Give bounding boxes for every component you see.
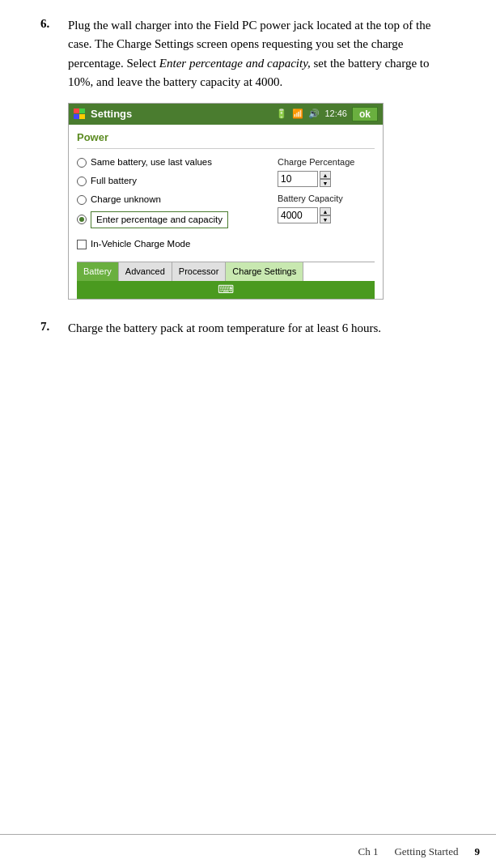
charge-percentage-input[interactable] (278, 171, 318, 187)
screen-body: Power Same battery, use last values (69, 125, 383, 299)
tab-bar: Battery Advanced Processor Charge Settin… (77, 262, 375, 281)
option-same-battery-label: Same battery, use last values (91, 155, 212, 170)
volume-icon: 🔊 (308, 107, 320, 121)
keyboard-icon: ⌨ (218, 281, 234, 299)
battery-capacity-up-button[interactable]: ▲ (320, 207, 331, 215)
option-full-battery[interactable]: Full battery (77, 174, 228, 189)
option-enter-percentage[interactable]: Enter percentage and capacity (77, 211, 228, 229)
page-footer: Ch 1 Getting Started 9 (0, 834, 496, 868)
footer-page: 9 (475, 845, 481, 858)
battery-capacity-down-button[interactable]: ▼ (320, 215, 331, 223)
footer-title: Getting Started (394, 845, 458, 858)
step-6: 6. Plug the wall charger into the Field … (40, 16, 456, 300)
tab-advanced[interactable]: Advanced (119, 262, 172, 281)
power-heading: Power (77, 130, 375, 149)
windows-flag-icon (74, 108, 87, 120)
tab-battery[interactable]: Battery (77, 262, 119, 281)
in-vehicle-checkbox[interactable] (77, 240, 87, 249)
screenshot: Settings 🔋 📶 🔊 12:46 ok Power (68, 103, 384, 300)
battery-capacity-input[interactable] (278, 207, 318, 223)
tab-processor[interactable]: Processor (172, 262, 227, 281)
footer-chapter: Ch 1 (358, 845, 379, 858)
charge-percentage-down-button[interactable]: ▼ (320, 179, 331, 187)
step-6-number: 6. (40, 16, 60, 300)
charge-percentage-spin-buttons: ▲ ▼ (320, 171, 331, 187)
option-full-battery-label: Full battery (91, 174, 137, 189)
titlebar: Settings 🔋 📶 🔊 12:46 ok (69, 104, 383, 125)
in-vehicle-label: In-Vehicle Charge Mode (91, 237, 190, 252)
options-right: Charge Percentage ▲ ▼ (278, 155, 375, 223)
step-7: 7. Charge the battery pack at room tempe… (40, 319, 456, 338)
charge-percentage-group: Charge Percentage ▲ ▼ (278, 155, 354, 187)
option-enter-percentage-label: Enter percentage and capacity (91, 211, 228, 229)
option-charge-unknown[interactable]: Charge unknown (77, 193, 228, 207)
option-same-battery[interactable]: Same battery, use last values (77, 155, 228, 170)
titlebar-left: Settings (74, 106, 132, 122)
tab-charge-settings[interactable]: Charge Settings (226, 262, 303, 281)
radio-enter-percentage[interactable] (77, 215, 87, 224)
step-6-text: Plug the wall charger into the Field PC … (68, 16, 456, 300)
titlebar-right: 🔋 📶 🔊 12:46 ok (276, 107, 378, 121)
screen-toolbar: ⌨ (77, 281, 375, 299)
radio-same-battery[interactable] (77, 158, 87, 168)
options-row: Same battery, use last values Full batte… (77, 155, 375, 257)
battery-capacity-group: Battery Capacity ▲ ▼ (278, 192, 343, 223)
page-content: 6. Plug the wall charger into the Field … (0, 0, 496, 406)
battery-capacity-spin-buttons: ▲ ▼ (320, 207, 331, 223)
charge-percentage-label: Charge Percentage (278, 155, 354, 169)
titlebar-time: 12:46 (324, 107, 347, 121)
battery-status-icon: 🔋 (276, 107, 287, 121)
in-vehicle-charge-row[interactable]: In-Vehicle Charge Mode (77, 237, 228, 252)
option-charge-unknown-label: Charge unknown (91, 193, 161, 207)
step-7-number: 7. (40, 319, 60, 338)
radio-full-battery[interactable] (77, 177, 87, 186)
options-left: Same battery, use last values Full batte… (77, 155, 228, 257)
battery-capacity-label: Battery Capacity (278, 192, 343, 206)
signal-icon: 📶 (292, 107, 303, 121)
step-7-text: Charge the battery pack at room temperat… (68, 319, 456, 338)
radio-charge-unknown[interactable] (77, 195, 87, 205)
titlebar-title: Settings (91, 106, 132, 122)
battery-capacity-spinner: ▲ ▼ (278, 207, 343, 223)
step-6-italic: Enter percentage and capacity, (159, 57, 311, 70)
charge-percentage-spinner: ▲ ▼ (278, 171, 354, 187)
ok-button[interactable]: ok (352, 107, 378, 121)
charge-percentage-up-button[interactable]: ▲ (320, 171, 331, 179)
